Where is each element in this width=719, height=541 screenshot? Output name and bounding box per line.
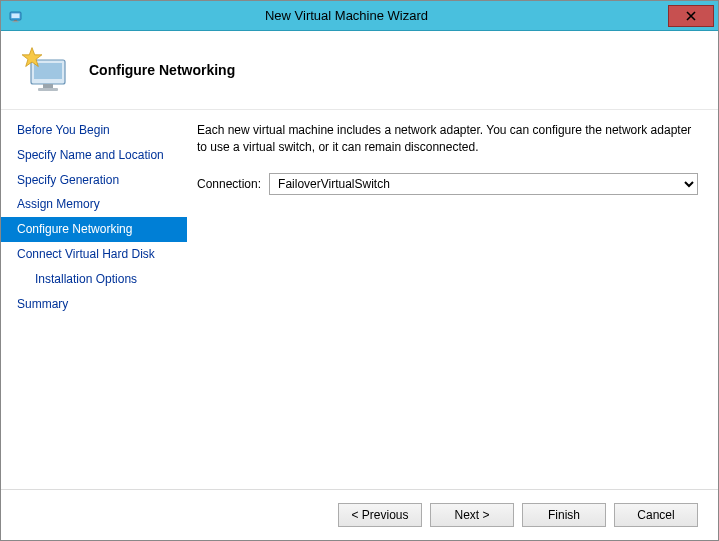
nav-step[interactable]: Connect Virtual Hard Disk [1, 242, 187, 267]
finish-button[interactable]: Finish [522, 503, 606, 527]
wizard-body: Before You BeginSpecify Name and Locatio… [1, 109, 718, 489]
svg-rect-7 [38, 88, 58, 91]
previous-button[interactable]: < Previous [338, 503, 422, 527]
connection-row: Connection: FailoverVirtualSwitch [197, 173, 698, 195]
close-button[interactable] [668, 5, 714, 27]
nav-step[interactable]: Installation Options [1, 267, 187, 292]
wizard-header: Configure Networking [1, 31, 718, 109]
wizard-icon [19, 44, 71, 96]
window-title: New Virtual Machine Wizard [25, 8, 668, 23]
connection-select[interactable]: FailoverVirtualSwitch [269, 173, 698, 195]
svg-rect-1 [12, 13, 20, 18]
nav-step[interactable]: Configure Networking [1, 217, 187, 242]
wizard-nav: Before You BeginSpecify Name and Locatio… [1, 110, 187, 489]
wizard-content: Each new virtual machine includes a netw… [187, 110, 718, 489]
nav-step[interactable]: Summary [1, 292, 187, 317]
nav-step[interactable]: Specify Generation [1, 168, 187, 193]
nav-step[interactable]: Assign Memory [1, 192, 187, 217]
svg-rect-2 [14, 20, 17, 21]
description-text: Each new virtual machine includes a netw… [197, 122, 698, 157]
wizard-footer: < Previous Next > Finish Cancel [1, 489, 718, 539]
nav-step[interactable]: Specify Name and Location [1, 143, 187, 168]
connection-label: Connection: [197, 177, 261, 191]
app-icon [9, 8, 25, 24]
titlebar: New Virtual Machine Wizard [1, 1, 718, 31]
next-button[interactable]: Next > [430, 503, 514, 527]
svg-rect-6 [43, 84, 53, 88]
page-title: Configure Networking [89, 62, 235, 78]
svg-rect-3 [13, 21, 19, 22]
nav-step[interactable]: Before You Begin [1, 118, 187, 143]
cancel-button[interactable]: Cancel [614, 503, 698, 527]
